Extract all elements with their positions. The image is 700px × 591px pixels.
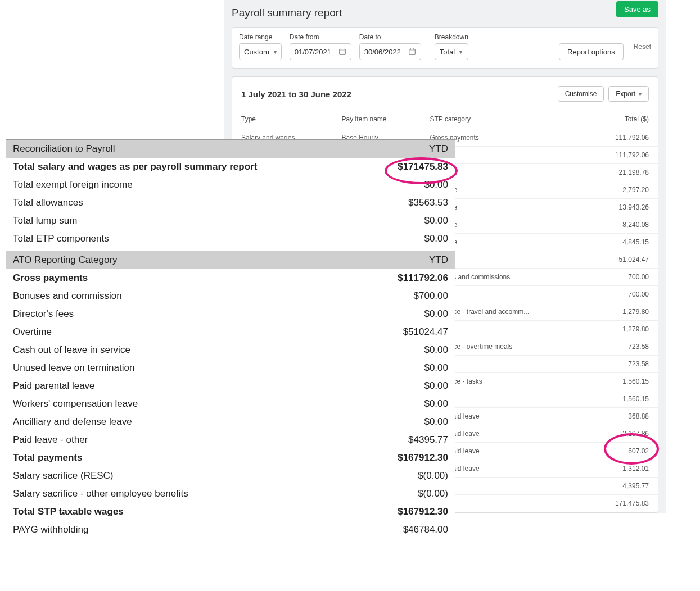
list-item: Total allowances$3563.53 xyxy=(6,194,455,212)
row-label: Director's fees xyxy=(13,308,74,320)
chevron-down-icon: ▾ xyxy=(274,49,277,55)
col-stp: STP category xyxy=(421,107,586,129)
row-value: $0.00 xyxy=(424,416,448,428)
row-value: $(0.00) xyxy=(418,488,448,499)
row-value: $167912.30 xyxy=(398,452,448,463)
report-date-heading: 1 July 2021 to 30 June 2022 Customise Ex… xyxy=(232,86,658,107)
row-label: Paid leave - other xyxy=(13,434,88,445)
row-label: Bonuses and commission xyxy=(13,290,122,302)
report-title: Payroll summary report xyxy=(224,7,666,27)
section-header-reconciliation: Reconciliation to Payroll YTD xyxy=(6,140,455,158)
row-label: Total lump sum xyxy=(13,215,77,226)
row-label: Overtime xyxy=(13,326,52,338)
breakdown-select[interactable]: Total ▾ xyxy=(435,43,468,60)
list-item: Overtime$51024.47 xyxy=(6,323,455,341)
export-button[interactable]: Export ▾ xyxy=(608,86,649,102)
row-label: Paid parental leave xyxy=(13,380,95,392)
list-item: Total salary and wages as per payroll su… xyxy=(6,158,455,176)
row-label: Gross payments xyxy=(13,272,88,284)
cell-total: 8,240.08 xyxy=(585,216,658,234)
ytd-label: YTD xyxy=(429,143,448,154)
list-item: Total exempt foreign income$0.00 xyxy=(6,176,455,194)
cell-total: 700.00 xyxy=(585,269,658,286)
date-from-label: Date from xyxy=(290,33,351,41)
date-range-filter: Date range Custom ▾ xyxy=(239,33,282,60)
row-label: Salary sacrifice - other employee benefi… xyxy=(13,488,188,499)
row-label: Ancilliary and defense leave xyxy=(13,416,132,428)
row-label: Unused leave on termination xyxy=(13,362,134,374)
section-title: ATO Reporting Category xyxy=(13,254,118,266)
cell-total: 1,560.15 xyxy=(585,390,658,408)
report-options-button[interactable]: Report options xyxy=(559,43,624,60)
col-total: Total ($) xyxy=(585,107,658,129)
reset-link[interactable]: Reset xyxy=(634,43,651,51)
row-label: Total STP taxable wages xyxy=(13,506,124,517)
row-label: Total salary and wages as per payroll su… xyxy=(13,161,257,172)
row-value: $111792.06 xyxy=(398,272,448,284)
row-label: Cash out of leave in service xyxy=(13,344,130,356)
date-from-filter: Date from 01/07/2021 xyxy=(290,33,351,60)
list-item: PAYG withholding$46784.00 xyxy=(6,521,455,539)
list-item: Salary sacrifice - other employee benefi… xyxy=(6,485,455,503)
date-to-filter: Date to 30/06/2022 xyxy=(359,33,421,60)
cell-total: 1,279.80 xyxy=(585,303,658,321)
chevron-down-icon: ▾ xyxy=(639,91,642,97)
list-item: Paid leave - other$4395.77 xyxy=(6,431,455,449)
body-actions: Customise Export ▾ xyxy=(558,86,649,102)
save-as-button[interactable]: Save as xyxy=(616,1,658,17)
cell-total: 4,395.77 xyxy=(585,478,658,495)
cell-total: 368.88 xyxy=(585,408,658,425)
row-value: $0.00 xyxy=(424,308,448,320)
date-range-select[interactable]: Custom ▾ xyxy=(239,43,282,60)
list-item: Gross payments$111792.06 xyxy=(6,269,455,287)
date-range-text: 1 July 2021 to 30 June 2022 xyxy=(241,89,351,99)
row-value: $(0.00) xyxy=(418,470,448,481)
cell-total: 1,560.15 xyxy=(585,373,658,390)
svg-rect-0 xyxy=(340,49,346,55)
cell-total: 111,792.06 xyxy=(585,147,658,164)
row-value: $167912.30 xyxy=(398,506,448,517)
row-value: $0.00 xyxy=(424,344,448,356)
row-value: $171475.83 xyxy=(398,161,448,172)
row-value: $700.00 xyxy=(414,290,448,302)
calendar-icon xyxy=(338,48,346,56)
row-value: $3563.53 xyxy=(408,197,448,208)
svg-rect-4 xyxy=(409,49,416,55)
reconciliation-panel: Reconciliation to Payroll YTD Total sala… xyxy=(6,139,455,539)
date-to-input[interactable]: 30/06/2022 xyxy=(359,43,421,60)
breakdown-label: Breakdown xyxy=(435,33,468,41)
cell-total: 111,792.06 xyxy=(585,129,658,147)
date-from-input[interactable]: 01/07/2021 xyxy=(290,43,351,60)
list-item: Total STP taxable wages$167912.30 xyxy=(6,503,455,521)
row-value: $0.00 xyxy=(424,215,448,226)
list-item: Workers' compensation leave$0.00 xyxy=(6,395,455,413)
breakdown-value: Total xyxy=(440,48,455,56)
row-value: $0.00 xyxy=(424,398,448,410)
row-label: Total payments xyxy=(13,452,82,463)
breakdown-filter: Breakdown Total ▾ xyxy=(435,33,468,60)
cell-total: 700.00 xyxy=(585,286,658,303)
row-label: Total exempt foreign income xyxy=(13,179,133,190)
cell-total: 2,797.20 xyxy=(585,181,658,199)
row-value: $4395.77 xyxy=(408,434,448,445)
col-pay-item: Pay item name xyxy=(333,107,421,129)
list-item: Unused leave on termination$0.00 xyxy=(6,359,455,377)
row-value: $46784.00 xyxy=(403,524,448,535)
row-label: PAYG withholding xyxy=(13,524,89,535)
row-value: $0.00 xyxy=(424,233,448,244)
cell-total: 13,943.26 xyxy=(585,199,658,216)
row-value: $0.00 xyxy=(424,179,448,190)
list-item: Director's fees$0.00 xyxy=(6,305,455,323)
cell-total: 607.02 xyxy=(585,443,658,460)
list-item: Ancilliary and defense leave$0.00 xyxy=(6,413,455,431)
col-type: Type xyxy=(232,107,333,129)
list-item: Paid parental leave$0.00 xyxy=(6,377,455,395)
row-label: Total allowances xyxy=(13,197,83,208)
ytd-label: YTD xyxy=(429,254,448,266)
row-label: Total ETP components xyxy=(13,233,109,244)
list-item: Salary sacrifice (RESC)$(0.00) xyxy=(6,467,455,485)
row-value: $0.00 xyxy=(424,380,448,392)
list-item: Total ETP components$0.00 xyxy=(6,230,455,248)
date-range-value: Custom xyxy=(244,48,269,56)
customise-button[interactable]: Customise xyxy=(558,86,604,102)
